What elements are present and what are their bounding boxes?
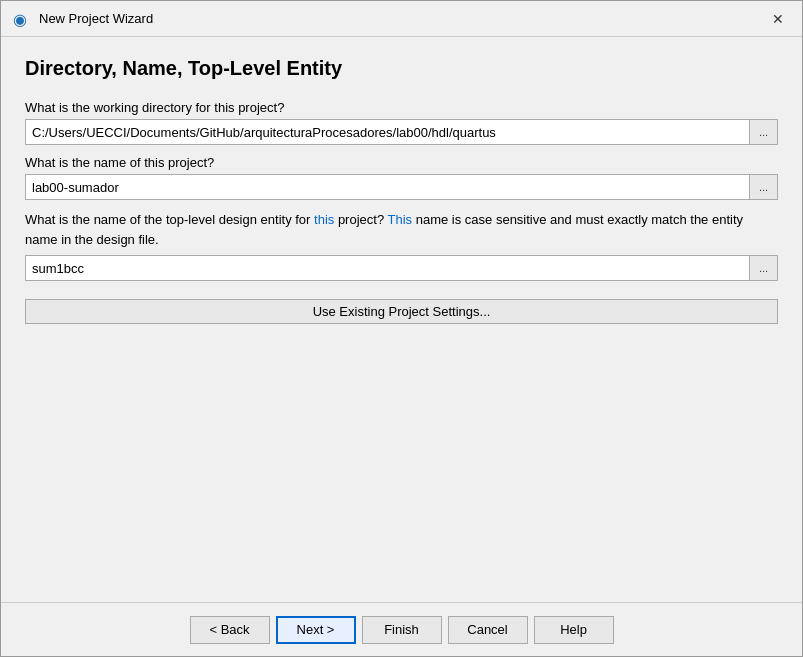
spacer [25,324,778,582]
working-dir-browse-button[interactable]: ... [750,119,778,145]
project-name-browse-button[interactable]: ... [750,174,778,200]
existing-settings-button[interactable]: Use Existing Project Settings... [25,299,778,324]
top-level-browse-button[interactable]: ... [750,255,778,281]
project-name-label: What is the name of this project? [25,155,778,170]
dialog-content: Directory, Name, Top-Level Entity What i… [1,37,802,602]
project-name-group: What is the name of this project? ... [25,155,778,200]
working-dir-group: What is the working directory for this p… [25,100,778,145]
dialog: ◉ New Project Wizard ✕ Directory, Name, … [0,0,803,657]
back-button[interactable]: < Back [190,616,270,644]
project-name-input[interactable] [25,174,750,200]
cancel-button[interactable]: Cancel [448,616,528,644]
dialog-title: New Project Wizard [39,11,153,26]
working-dir-input-row: ... [25,119,778,145]
title-bar: ◉ New Project Wizard ✕ [1,1,802,37]
top-level-description: What is the name of the top-level design… [25,210,778,249]
top-level-group: What is the name of the top-level design… [25,210,778,281]
close-button[interactable]: ✕ [766,7,790,31]
page-title: Directory, Name, Top-Level Entity [25,57,778,80]
desc-part1: What is the name of the top-level design… [25,212,314,227]
working-dir-label: What is the working directory for this p… [25,100,778,115]
footer: < Back Next > Finish Cancel Help [1,602,802,656]
desc-highlight2: This [388,212,413,227]
working-dir-input[interactable] [25,119,750,145]
desc-part2: project? [334,212,387,227]
top-level-input[interactable] [25,255,750,281]
project-name-input-row: ... [25,174,778,200]
help-button[interactable]: Help [534,616,614,644]
finish-button[interactable]: Finish [362,616,442,644]
top-level-input-row: ... [25,255,778,281]
title-bar-left: ◉ New Project Wizard [13,10,153,28]
app-icon: ◉ [13,10,31,28]
next-button[interactable]: Next > [276,616,356,644]
desc-highlight1: this [314,212,334,227]
